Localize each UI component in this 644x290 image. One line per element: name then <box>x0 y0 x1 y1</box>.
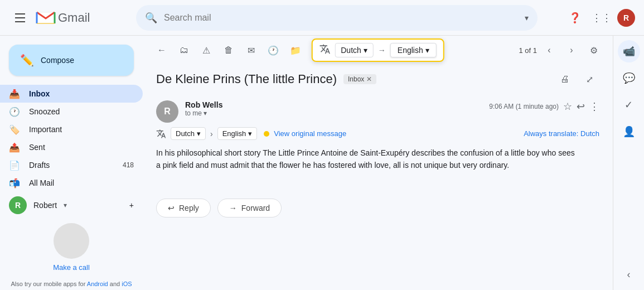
mark-unread-button[interactable]: ✉ <box>241 40 261 60</box>
inline-dest-dropdown[interactable]: ▾ <box>248 129 252 138</box>
open-in-new-button[interactable]: ⤢ <box>579 69 599 89</box>
sidebar-item-drafts[interactable]: 📄 Drafts 418 <box>0 156 143 174</box>
inline-translate-icon <box>156 129 166 139</box>
search-dropdown-icon[interactable]: ▾ <box>525 13 529 22</box>
toolbar-right: 1 of 1 ‹ › ⚙ <box>519 40 604 60</box>
sender-to-dropdown[interactable]: ▾ <box>204 109 207 117</box>
always-translate-link[interactable]: Always translate: Dutch <box>524 129 599 138</box>
topbar-right: ❓ ⋮⋮ R <box>564 7 635 29</box>
source-language-selector[interactable]: Dutch ▾ <box>335 43 374 57</box>
email-toolbar: ← 🗂 ⚠ 🗑 ✉ 🕐 📁 🏷 Dutch ▾ → <box>143 36 613 65</box>
subject-actions: 🖨 ⤢ <box>555 69 599 89</box>
snoozed-label: Snoozed <box>29 107 60 116</box>
snooze-button[interactable]: 🕐 <box>263 40 283 60</box>
sidebar-footer: Also try our mobile apps for Android and… <box>0 272 143 290</box>
footer-ios-link[interactable]: iOS <box>122 281 132 287</box>
dest-lang-label: English <box>398 46 423 55</box>
sidebar-item-all-mail[interactable]: 📬 All Mail <box>0 174 143 192</box>
topbar: Gmail 🔍 ▾ ❓ ⋮⋮ R <box>0 0 644 36</box>
main-layout: ✏️ Compose 📥 Inbox 🕐 Snoozed 🏷️ Importan… <box>0 36 644 290</box>
source-lang-label: Dutch <box>341 46 361 55</box>
person-illustration <box>54 223 89 259</box>
important-label: Important <box>29 125 62 134</box>
gmail-wordmark: Gmail <box>58 11 90 25</box>
topbar-left: Gmail <box>9 7 132 29</box>
important-icon: 🏷️ <box>9 124 20 135</box>
expand-panel-icon[interactable]: ‹ <box>618 263 640 286</box>
account-dropdown-icon[interactable]: ▾ <box>64 201 67 209</box>
tasks-icon-panel[interactable]: ✓ <box>618 94 640 116</box>
help-button[interactable]: ❓ <box>564 7 586 29</box>
compose-button[interactable]: ✏️ Compose <box>9 45 134 76</box>
sidebar-item-snoozed[interactable]: 🕐 Snoozed <box>0 103 143 120</box>
menu-button[interactable] <box>9 7 31 29</box>
apps-button[interactable]: ⋮⋮ <box>590 7 613 29</box>
forward-icon: → <box>229 204 237 212</box>
dest-lang-dropdown[interactable]: ▾ <box>425 46 429 55</box>
back-button[interactable]: ← <box>152 40 172 60</box>
reply-button-header[interactable]: ↩ <box>577 100 585 113</box>
drafts-badge: 418 <box>123 161 134 169</box>
reply-button[interactable]: ↩ Reply <box>156 199 211 218</box>
inline-arrow: › <box>210 129 213 138</box>
search-bar[interactable]: 🔍 ▾ <box>136 5 538 31</box>
source-lang-dropdown[interactable]: ▾ <box>364 46 367 55</box>
star-button[interactable]: ☆ <box>563 100 572 113</box>
email-message: R Rob Wells to me ▾ 9:06 AM (1 minute ag… <box>143 91 613 181</box>
sidebar-item-inbox[interactable]: 📥 Inbox <box>0 85 143 103</box>
compose-label: Compose <box>41 56 74 65</box>
sender-info: Rob Wells to me ▾ <box>185 100 482 117</box>
forward-label: Forward <box>241 204 270 212</box>
inbox-tag-remove[interactable]: ✕ <box>366 75 372 83</box>
account-avatar[interactable]: R <box>617 9 635 27</box>
archive-button[interactable]: 🗂 <box>174 40 194 60</box>
pagination: 1 of 1 <box>519 46 537 55</box>
sidebar-bottom: Make a call <box>0 223 143 272</box>
report-spam-button[interactable]: ⚠ <box>196 40 216 60</box>
email-subject-bar: De Kleine Prins (The little Prince) Inbo… <box>143 65 613 91</box>
lang-arrow: → <box>378 46 386 55</box>
sidebar-item-sent[interactable]: 📤 Sent <box>0 138 143 156</box>
inbox-tag: Inbox ✕ <box>343 74 376 84</box>
inline-source-lang[interactable]: Dutch ▾ <box>171 127 206 140</box>
contacts-icon-panel[interactable]: 👤 <box>618 120 640 143</box>
main-content: ← 🗂 ⚠ 🗑 ✉ 🕐 📁 🏷 Dutch ▾ → <box>143 36 613 290</box>
view-original-link[interactable]: View original message <box>274 129 346 138</box>
nav-section: 📥 Inbox 🕐 Snoozed 🏷️ Important 📤 Sent 📄 … <box>0 85 143 192</box>
compose-icon: ✏️ <box>20 54 34 67</box>
drafts-label: Drafts <box>29 161 50 170</box>
inbox-tag-label: Inbox <box>348 75 364 83</box>
sidebar-account[interactable]: R Robert ▾ + <box>0 192 143 219</box>
inline-source-lang-label: Dutch <box>176 129 195 138</box>
inbox-icon: 📥 <box>9 89 20 99</box>
gmail-icon <box>36 10 56 26</box>
delete-button[interactable]: 🗑 <box>219 40 239 60</box>
chat-icon-panel[interactable]: 💬 <box>618 67 640 89</box>
translate-icon <box>319 44 330 57</box>
inbox-label: Inbox <box>29 89 50 98</box>
meet-icon-panel[interactable]: 📹 <box>618 40 640 62</box>
all-mail-label: All Mail <box>29 178 54 187</box>
move-to-button[interactable]: 📁 <box>285 40 306 60</box>
sidebar-item-important[interactable]: 🏷️ Important <box>0 120 143 138</box>
inline-dest-lang[interactable]: English ▾ <box>217 127 258 140</box>
older-email-button[interactable]: ‹ <box>539 40 559 60</box>
footer-android-link[interactable]: Android <box>87 281 108 287</box>
inline-source-dropdown[interactable]: ▾ <box>197 129 201 138</box>
search-input[interactable] <box>164 13 518 23</box>
inline-dest-lang-label: English <box>222 129 246 138</box>
newer-email-button[interactable]: › <box>561 40 582 60</box>
forward-button[interactable]: → Forward <box>217 199 282 218</box>
settings-button[interactable]: ⚙ <box>584 40 604 60</box>
add-account-icon[interactable]: + <box>129 201 134 210</box>
more-options-button[interactable]: ⋮ <box>589 100 599 113</box>
sent-icon: 📤 <box>9 142 20 153</box>
account-avatar-sidebar: R <box>9 196 27 214</box>
make-call-link[interactable]: Make a call <box>9 263 134 272</box>
dest-language-selector[interactable]: English ▾ <box>390 43 437 57</box>
email-body: In his philosophical short story The Lit… <box>156 147 580 172</box>
snoozed-icon: 🕐 <box>9 107 20 117</box>
print-button[interactable]: 🖨 <box>555 69 575 89</box>
reply-icon: ↩ <box>168 204 175 212</box>
dot-indicator <box>264 131 269 137</box>
